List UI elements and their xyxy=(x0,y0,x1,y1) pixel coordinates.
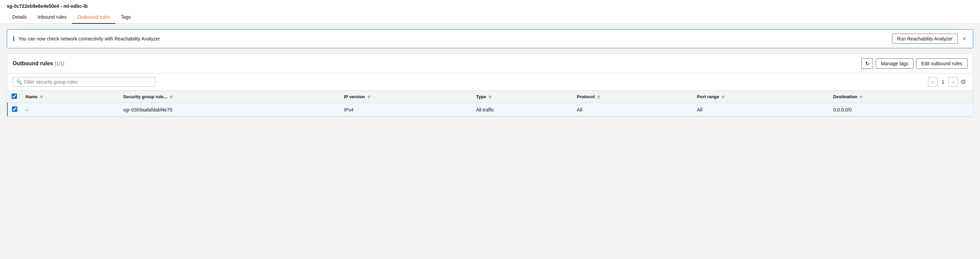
table-row: – sgr-0309aafafdabf4e70 IPv4 All traffic… xyxy=(8,103,973,117)
type-sort-icon[interactable]: ▽ xyxy=(488,95,492,99)
next-icon: › xyxy=(953,79,954,85)
tab-outbound-rules[interactable]: Outbound rules xyxy=(72,11,116,24)
header-protocol: Protocol ▽ xyxy=(573,91,693,103)
run-reachability-button[interactable]: Run Reachability Analyzer xyxy=(892,33,958,44)
search-row: 🔍 ‹ 1 › ⚙ xyxy=(7,73,973,91)
tab-details[interactable]: Details xyxy=(7,11,32,24)
search-icon: 🔍 xyxy=(16,79,22,85)
refresh-icon: ↻ xyxy=(865,60,870,67)
sgr-sort-icon[interactable]: ▽ xyxy=(170,95,173,99)
search-input[interactable] xyxy=(24,79,151,85)
banner-text: You can now check network connectivity w… xyxy=(18,36,889,41)
header-name: Name ▽ xyxy=(21,91,119,103)
tab-tags[interactable]: Tags xyxy=(115,11,136,24)
rules-section-title: Outbound rules (1/1) xyxy=(13,60,859,67)
tab-inbound-rules[interactable]: Inbound rules xyxy=(32,11,72,24)
page-number: 1 xyxy=(939,78,947,86)
rules-header: Outbound rules (1/1) ↻ Manage tags Edit … xyxy=(7,54,973,73)
refresh-button[interactable]: ↻ xyxy=(861,58,873,69)
row-port-range: All xyxy=(693,103,829,117)
row-type: All traffic xyxy=(472,103,573,117)
row-protocol: All xyxy=(573,103,693,117)
header-port-range: Port range ▽ xyxy=(693,91,829,103)
header-ip-version: IP version ▽ xyxy=(340,91,472,103)
row-destination: 0.0.0.0/0 xyxy=(829,103,973,117)
table-header-row: Name ▽ Security group rule... ▽ IP versi… xyxy=(8,91,973,103)
edit-outbound-rules-button[interactable]: Edit outbound rules xyxy=(916,59,967,69)
header-destination: Destination ▽ xyxy=(829,91,973,103)
settings-icon: ⚙ xyxy=(961,78,966,85)
page-title: sg-0c722eb9e6e4e50e4 - ml-odbc-lb xyxy=(7,3,88,9)
banner-close-button[interactable]: × xyxy=(961,35,967,43)
rules-section: Outbound rules (1/1) ↻ Manage tags Edit … xyxy=(7,54,973,117)
rules-table: Name ▽ Security group rule... ▽ IP versi… xyxy=(7,91,973,117)
prev-page-button[interactable]: ‹ xyxy=(928,77,937,87)
row-name: – xyxy=(21,103,119,117)
dest-sort-icon[interactable]: ▽ xyxy=(860,95,862,99)
prev-icon: ‹ xyxy=(932,79,934,85)
content-area: ℹ You can now check network connectivity… xyxy=(0,24,980,122)
page-wrapper: sg-0c722eb9e6e4e50e4 - ml-odbc-lb Detail… xyxy=(0,0,980,259)
row-checkbox[interactable] xyxy=(12,106,18,112)
ip-sort-icon[interactable]: ▽ xyxy=(368,95,371,99)
protocol-sort-icon[interactable]: ▽ xyxy=(597,95,600,99)
table-settings-button[interactable]: ⚙ xyxy=(959,77,967,87)
name-sort-icon[interactable]: ▽ xyxy=(40,95,43,99)
search-input-wrapper: 🔍 xyxy=(13,77,155,87)
info-banner: ℹ You can now check network connectivity… xyxy=(7,29,973,48)
manage-tags-button[interactable]: Manage tags xyxy=(876,59,913,69)
row-ip-version: IPv4 xyxy=(340,103,472,117)
port-sort-icon[interactable]: ▽ xyxy=(722,95,724,99)
select-all-checkbox[interactable] xyxy=(11,94,17,99)
title-bar: sg-0c722eb9e6e4e50e4 - ml-odbc-lb xyxy=(0,0,980,11)
header-checkbox-col xyxy=(8,91,21,103)
pagination-row: ‹ 1 › ⚙ xyxy=(928,77,967,87)
next-page-button[interactable]: › xyxy=(948,77,958,87)
header-type: Type ▽ xyxy=(472,91,573,103)
info-icon: ℹ xyxy=(13,35,15,43)
row-security-group-rule: sgr-0309aafafdabf4e70 xyxy=(119,103,340,117)
header-security-group-rule: Security group rule... ▽ xyxy=(119,91,340,103)
row-checkbox-cell xyxy=(8,103,21,117)
tabs-bar: Details Inbound rules Outbound rules Tag… xyxy=(0,11,980,24)
